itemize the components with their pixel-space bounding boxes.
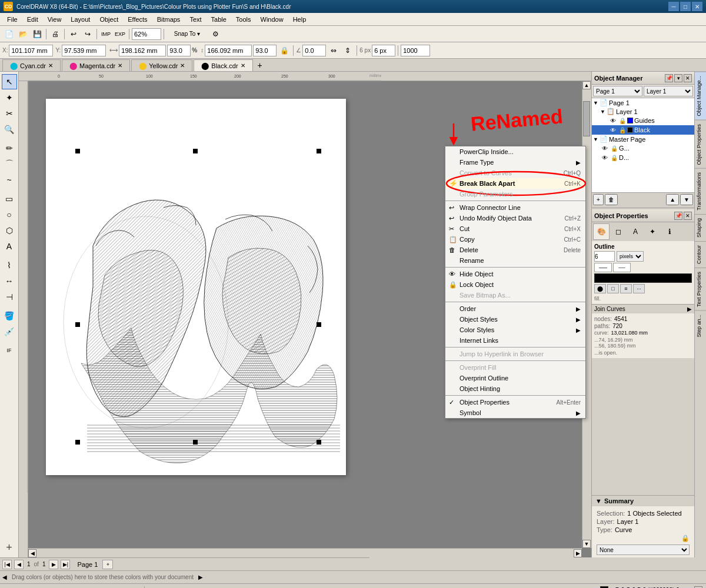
freehand-tool[interactable]: ✏ [2, 141, 17, 156]
w-input[interactable]: 198.162 mm [119, 45, 166, 56]
shape-tool[interactable]: ✦ [2, 90, 17, 105]
tab-cyan-close[interactable]: ✕ [48, 62, 53, 69]
palette-right-scroll[interactable]: ▶ [196, 571, 205, 584]
snap-to-button[interactable]: Snap To ▾ [166, 28, 208, 41]
ratio-input[interactable] [401, 45, 430, 56]
prop-tab-fill[interactable]: 🎨 [593, 223, 610, 240]
close-button[interactable]: ✕ [692, 2, 702, 11]
ctx-wrap-connector[interactable]: ↩ Wrap Connector Line [445, 202, 585, 213]
prop-tab-summary[interactable]: ℹ [661, 223, 678, 240]
interactive-fill-tool[interactable]: IF [2, 343, 17, 358]
text-tool[interactable]: A [2, 239, 17, 254]
tab-black[interactable]: ⬤ Black.cdr ✕ [194, 59, 252, 71]
vtab-shaping[interactable]: Shaping [695, 214, 706, 241]
ctx-delete[interactable]: 🗑 Delete Delete [445, 245, 585, 255]
menu-bitmaps[interactable]: Bitmaps [152, 15, 185, 24]
menu-layout[interactable]: Layout [66, 15, 95, 24]
handle-br[interactable] [317, 440, 321, 445]
ctx-cut[interactable]: ✂ Cut Ctrl+X [445, 223, 585, 234]
panel-menu-button[interactable]: ▾ [674, 74, 682, 82]
tab-yellow-close[interactable]: ✕ [180, 62, 185, 69]
tree-guides[interactable]: 👁 🔒 Guides [592, 116, 694, 125]
handle-ml[interactable] [75, 322, 80, 327]
tree-master[interactable]: ▼ 📄 Master Page [592, 135, 694, 143]
outline-width-input[interactable] [594, 251, 615, 262]
ctx-hide-object[interactable]: 👁 Hide Object [445, 269, 585, 279]
color-option-1[interactable]: ⬤ [594, 284, 606, 293]
h-percent[interactable] [253, 45, 277, 56]
maximize-button[interactable]: □ [680, 2, 691, 11]
lock-ratio-button[interactable]: 🔒 [278, 44, 291, 57]
connector-tool[interactable]: ⊣ [2, 289, 17, 305]
ctx-color-styles[interactable]: Color Styles ▶ [445, 325, 585, 335]
line-style-2[interactable]: ── [613, 263, 631, 272]
tree-layer1[interactable]: ▼ 📋 Layer 1 [592, 107, 694, 116]
prop-tab-text[interactable]: A [627, 223, 644, 240]
tree-master-d[interactable]: 👁 🔒 D... [592, 153, 694, 162]
rectangle-tool[interactable]: ▭ [2, 191, 17, 206]
tree-page1[interactable]: ▼ 📄 Page 1 [592, 98, 694, 107]
handle-tl[interactable] [75, 149, 80, 153]
mirror-v-button[interactable]: ⇕ [341, 44, 354, 57]
fill-tool[interactable]: 🪣 [2, 308, 17, 323]
add-page-button[interactable]: + [2, 540, 17, 555]
new-button[interactable]: 📄 [2, 28, 15, 41]
tab-yellow[interactable]: ⬤ Yellow.cdr ✕ [131, 59, 192, 71]
ctx-symbol[interactable]: Symbol ▶ [445, 407, 585, 418]
page-last[interactable]: ▶| [61, 560, 70, 569]
ctx-break-apart[interactable]: ⚡ Break Black Apart Ctrl+K [445, 178, 585, 189]
menu-view[interactable]: View [43, 15, 66, 24]
bezier-tool[interactable]: ⌒ [2, 156, 17, 172]
pointer-tool[interactable]: ↖ [2, 74, 17, 89]
ctx-save-bitmap[interactable]: Save Bitmap As... [445, 290, 585, 300]
move-down-button[interactable]: ▼ [680, 194, 693, 205]
print-button[interactable]: 🖨 [49, 28, 62, 41]
tab-magenta-close[interactable]: ✕ [118, 62, 122, 69]
join-curves-header[interactable]: Join Curves ▶ [592, 304, 694, 313]
menu-edit[interactable]: Edit [22, 15, 43, 24]
zoom-input[interactable]: 62% [132, 28, 161, 40]
move-up-button[interactable]: ▲ [666, 194, 679, 205]
y-input[interactable]: 97.539 mm [62, 45, 106, 56]
handle-bm[interactable] [193, 440, 198, 445]
polygon-tool[interactable]: ⬡ [2, 223, 17, 238]
ctx-undo-modify[interactable]: ↩ Undo Modify Object Data Ctrl+Z [445, 213, 585, 223]
ctx-copy[interactable]: 📋 Copy Ctrl+C [445, 234, 585, 245]
dimension-tool[interactable]: ↔ [2, 273, 17, 289]
ctx-frame-type[interactable]: Frame Type ▶ [445, 157, 585, 168]
settings-button[interactable]: ⚙ [209, 28, 222, 41]
zoom-tool[interactable]: 🔍 [2, 122, 17, 137]
obj-props-close[interactable]: ✕ [684, 212, 692, 220]
w-percent[interactable] [167, 45, 191, 56]
handle-mr[interactable] [317, 322, 321, 327]
menu-file[interactable]: File [2, 15, 22, 24]
ctx-jump-hyperlink[interactable]: Jump to Hyperlink in Browser [445, 349, 585, 359]
none-select[interactable]: None [597, 544, 690, 555]
px-input[interactable] [372, 45, 395, 56]
vtab-contour[interactable]: Contour [695, 241, 706, 268]
ctx-internet-links[interactable]: Internet Links [445, 335, 585, 346]
tab-cyan[interactable]: ⬤ Cyan.cdr ✕ [2, 59, 61, 71]
page-first[interactable]: |◀ [2, 560, 12, 569]
ctx-group-params[interactable]: Group Parameters [445, 189, 585, 199]
ctx-overprint-outline[interactable]: Overprint Outline [445, 373, 585, 383]
prop-tab-outline[interactable]: ◻ [610, 223, 627, 240]
parallel-tool[interactable]: ⌇ [2, 258, 17, 273]
page-prev[interactable]: ◀ [14, 560, 24, 569]
more-options[interactable]: ··· [633, 284, 645, 293]
undo-button[interactable]: ↩ [67, 28, 80, 41]
scrollbar-horizontal[interactable]: ◀ ▶ [28, 548, 582, 557]
export-button[interactable]: EXP [114, 28, 126, 41]
mirror-h-button[interactable]: ⇔ [327, 44, 340, 57]
angle-input[interactable] [302, 45, 326, 56]
ctx-object-styles[interactable]: Object Styles ▶ [445, 314, 585, 325]
menu-table[interactable]: Table [207, 15, 231, 24]
tab-black-close[interactable]: ✕ [241, 62, 245, 69]
menu-window[interactable]: Window [256, 15, 288, 24]
save-button[interactable]: 💾 [31, 28, 44, 41]
ctx-overprint-fill[interactable]: Overprint Fill [445, 362, 585, 373]
redo-button[interactable]: ↪ [81, 28, 94, 41]
x-input[interactable]: 101.107 mm [9, 45, 53, 56]
vtab-text-props[interactable]: Text Properties [695, 268, 706, 310]
vtab-transformations[interactable]: Transformations [695, 168, 706, 214]
